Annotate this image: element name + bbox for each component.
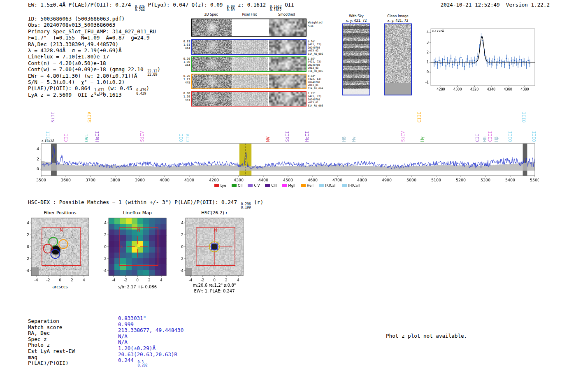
- legend-item: Lyα: [214, 183, 226, 188]
- spectral-line-label: Hδ: [341, 137, 347, 142]
- spectral-line-label: SiIV: [139, 131, 145, 142]
- spec2d-row-info: 0.70" (421, 72) 20240708 v013_02 314_RU_…: [308, 40, 323, 55]
- match-field-label: P(LAE)/P(OII): [28, 360, 75, 366]
- clean-image-title: Clean Image: [377, 14, 418, 18]
- spectral-line-label: CIII: [488, 131, 493, 142]
- legend-label: MgII: [288, 183, 295, 188]
- info-line: λ = 4328.94Å σ = 2.19(±0.69)Å: [28, 47, 160, 53]
- legend-label: Lyα: [221, 183, 226, 188]
- photz-note: Phot z plot not available.: [386, 333, 467, 339]
- hsc-r-title: HSC(26.2) r: [186, 210, 243, 216]
- spec2d-row: [191, 74, 307, 89]
- pixelflat-cell: [232, 92, 268, 106]
- legend-swatch: [248, 184, 253, 187]
- legend-swatch: [342, 184, 347, 187]
- smoothed-cell: [269, 92, 306, 106]
- match-table-values: 0.833031"0.999213.338677, 49.448430N/AN/…: [118, 315, 183, 364]
- spec2d-cell: [192, 40, 232, 54]
- spectral-line-label: SiII: [285, 131, 290, 142]
- spectral-line-label: CIV: [185, 134, 190, 142]
- info-line: Cont(w) = 7.00(±0.09)e-18 (gmag 22.10 22…: [28, 66, 160, 72]
- legend-label: (H)CaII: [348, 183, 360, 188]
- match-field-value: 0.244 0.30.202: [118, 357, 183, 364]
- elixer-report-page: EW: 1.5±0.4Å P(LAE)/P(OII): 0.274 0.3260…: [0, 0, 576, 392]
- info-line: RA,Dec (213.338394,49.448570): [28, 41, 160, 47]
- legend-label: CIII: [271, 183, 276, 188]
- timestamp-version: 2024-10-21 12:52:49 Version 1.22.2: [441, 2, 550, 8]
- spectral-line-label: SiIV: [400, 131, 406, 142]
- with-sky-image: [343, 24, 369, 95]
- match-field-value: 0.999: [118, 322, 183, 328]
- with-sky-title: With Sky: [336, 14, 377, 18]
- spec2d-row: [191, 39, 307, 55]
- legend-item: (K)CaII: [319, 183, 337, 188]
- spec2d-row: [191, 19, 307, 37]
- info-line: Primary Spec_Slot_IFU_AMP: 314_027_011_R…: [28, 28, 160, 35]
- spec2d-row-info: 0.84" (422, 63) 20240708 v013_01 314_RU_…: [308, 74, 323, 90]
- spec2d-header-smoothed: Smoothed: [268, 13, 305, 16]
- spec2d-row-weights: 0.31 1.61 444: [178, 40, 190, 50]
- spectral-line-label: OIII: [532, 131, 537, 142]
- match-field-label: Spec z: [28, 336, 75, 343]
- legend-label: (K)CaII: [325, 183, 337, 188]
- legend-swatch: [265, 184, 270, 187]
- stacked-uncertainty: 0.16120.1612: [270, 5, 282, 12]
- match-field-value: 1.20(±0.29)Å: [118, 346, 183, 352]
- lineflux-map-caption: s/b: 2.17 +/- 0.086: [105, 285, 170, 289]
- smoothed-cell: [269, 57, 306, 71]
- match-field-label: Match score: [28, 325, 75, 331]
- clean-image-panel: [384, 23, 412, 95]
- spec2d-row: [191, 56, 307, 72]
- match-field-label: Est LyA rest-EW: [28, 348, 75, 355]
- smoothed-cell: [269, 74, 306, 88]
- spectral-line-label: Hδ: [482, 137, 488, 142]
- pixelflat-cell: [232, 57, 268, 71]
- header-stats: EW: 1.5±0.4Å P(LAE)/P(OII): 0.274 0.3260…: [28, 2, 294, 12]
- with-sky-panel: [342, 23, 370, 95]
- info-block: ID: 5003686063 (5003686063.pdf)Obs: 2024…: [28, 16, 160, 98]
- spec2d-row-weights: 0.20 1.00 444: [178, 57, 190, 67]
- spec2d-cell: [192, 57, 232, 71]
- match-field-label: Photo z: [28, 342, 75, 348]
- spectral-line-label: OVI: [84, 134, 89, 142]
- spectral-line-label: OIII: [521, 112, 527, 123]
- legend-item: HeII: [301, 183, 314, 188]
- spec2d-row-info: 1.05" (421, 72) 20240708 v013_03 314_RU_…: [308, 57, 323, 72]
- legend-item: MgII: [282, 183, 295, 188]
- spectral-line-label: OII: [179, 134, 184, 142]
- legend-item: (H)CaII: [342, 183, 360, 188]
- stacked-uncertainty: 0.3260.244: [135, 5, 145, 12]
- spec2d-row: [191, 91, 307, 107]
- match-field-value: 213.338677, 49.448430: [118, 327, 183, 334]
- match-field-label: RA, Dec: [28, 330, 75, 336]
- spec2d-header-pixelflat: Pixel Flat: [232, 13, 267, 16]
- smoothed-cell: [269, 19, 306, 36]
- match-field-label: mag: [28, 355, 75, 361]
- spectral-line-label: Hγ: [351, 137, 357, 142]
- spec2d-row-weights: 0.20 1.23 445: [178, 74, 190, 84]
- spec2d-row-weights: 0.08 1.20 444: [178, 92, 190, 102]
- hsc-r-caption-2: EWr: 1. PLAE: 0.247: [181, 289, 247, 293]
- info-line: Cont(n) = 4.20(±0.50)e-18: [28, 60, 160, 66]
- spectral-line-label: CII: [63, 134, 69, 142]
- legend-swatch: [232, 184, 237, 187]
- with-sky-subtitle: x, y: 421, 72: [336, 19, 377, 23]
- weighted-sum-label: Weighted Sum: [308, 21, 323, 28]
- stacked-uncertainty: 0.30.202: [138, 361, 148, 367]
- match-field-value: 20.63(20.63,20.63)R: [118, 352, 183, 358]
- legend-swatch: [301, 184, 306, 187]
- legend-swatch: [319, 184, 324, 187]
- spec2d-header-2dspec: 2D Spec: [191, 13, 231, 16]
- spectral-line-label: SiII: [50, 112, 56, 123]
- fiber-positions-xlabel: arcsecs: [27, 285, 93, 289]
- legend-item: OII: [232, 183, 242, 188]
- spec2d-row-info: 1.72" (421, 72) 20240708 v013_01 314_RU_…: [308, 92, 323, 107]
- info-line: P(LAE)/P(OII): 0.864 1.0730.724 (w: 0.45…: [28, 85, 160, 91]
- spectral-line-label: OIII: [508, 131, 513, 142]
- spectral-line-label: Hγ: [420, 137, 425, 142]
- hsc-dex-match-line: HSC-DEX : Possible Matches = 1 (within +…: [28, 199, 263, 209]
- spec2d-cell: [192, 19, 232, 36]
- info-line: ID: 5003686063 (5003686063.pdf): [28, 16, 160, 22]
- lineflux-map-title: Lineflux Map: [109, 210, 166, 216]
- info-line: LineFlux = 7.10(±1.80)e-17: [28, 53, 160, 60]
